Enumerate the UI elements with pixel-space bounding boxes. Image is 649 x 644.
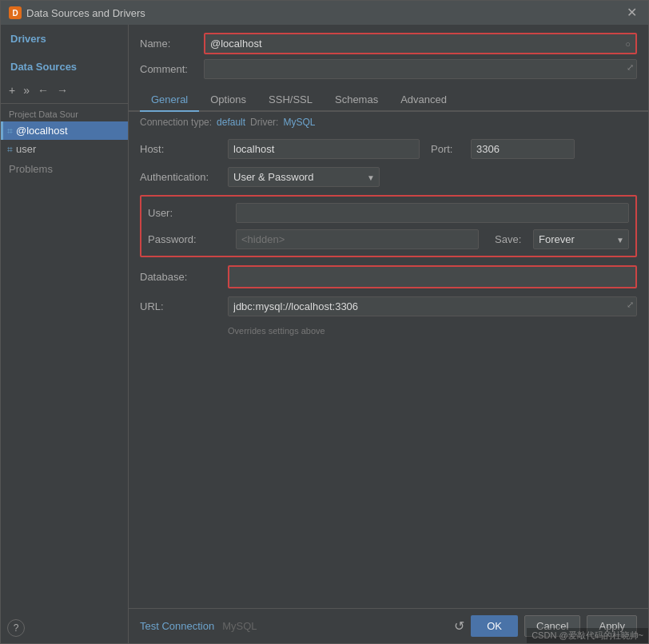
save-label: Save: — [495, 233, 527, 245]
user-label: User: — [148, 207, 236, 219]
overrides-row: Overrides settings above — [140, 324, 637, 336]
connection-type-label: Connection type: — [140, 117, 212, 128]
sidebar-section-datasources: Data Sources — [1, 53, 128, 81]
expand-icon[interactable]: ⤢ — [627, 62, 634, 73]
tab-sshssl[interactable]: SSH/SSL — [257, 89, 324, 112]
sidebar-item-label-2: user — [16, 143, 36, 155]
connection-type-value[interactable]: default — [217, 117, 245, 128]
connection-info: Connection type: default Driver: MySQL — [129, 112, 648, 133]
auth-label: Authentication: — [140, 171, 228, 183]
port-label: Port: — [431, 143, 463, 155]
drivers-label[interactable]: Drivers — [1, 30, 128, 48]
database-highlight-box — [228, 265, 637, 288]
name-input[interactable] — [205, 34, 635, 53]
save-section: Save: Forever ▼ — [495, 229, 629, 249]
ok-button[interactable]: OK — [471, 615, 518, 637]
close-button[interactable]: ✕ — [623, 5, 640, 21]
driver-label: Driver: — [250, 117, 278, 128]
tab-advanced[interactable]: Advanced — [389, 89, 458, 112]
password-row: Password: Save: Forever ▼ — [148, 229, 629, 249]
tab-general[interactable]: General — [140, 89, 199, 112]
db-icon-2: ⌗ — [7, 144, 13, 155]
url-row: URL: ⤢ — [140, 296, 637, 316]
password-label: Password: — [148, 233, 236, 245]
auth-select[interactable]: User & Password — [228, 167, 380, 187]
name-label: Name: — [140, 38, 204, 50]
main-content: Drivers Data Sources + » ← → Project Dat… — [1, 25, 648, 643]
title-bar-left: D Data Sources and Drivers — [9, 6, 145, 19]
comment-input[interactable] — [204, 59, 637, 79]
sidebar-item-label: @localhost — [16, 125, 68, 137]
port-row: Port: — [420, 139, 575, 159]
user-input[interactable] — [236, 203, 629, 223]
dialog: D Data Sources and Drivers ✕ Drivers Dat… — [0, 0, 649, 644]
dialog-title: Data Sources and Drivers — [26, 7, 145, 19]
problems-label[interactable]: Problems — [1, 158, 128, 180]
tab-options[interactable]: Options — [199, 89, 257, 112]
help-button[interactable]: ? — [7, 619, 25, 637]
sidebar-item-localhost[interactable]: ⌗ @localhost — [1, 121, 128, 140]
url-input-wrapper: ⤢ — [228, 296, 637, 316]
credentials-highlight-box: User: Password: Save: Forever — [140, 195, 637, 257]
title-bar: D Data Sources and Drivers ✕ — [1, 1, 648, 25]
save-select[interactable]: Forever — [533, 229, 629, 249]
right-panel: Name: ○ Comment: ⤢ General Opti — [129, 25, 648, 643]
comment-label: Comment: — [140, 63, 204, 75]
tab-schemas[interactable]: Schemas — [324, 89, 389, 112]
auth-select-wrapper: User & Password ▼ — [228, 167, 380, 187]
host-port-row: Host: Port: — [140, 139, 637, 159]
comment-input-wrapper: ⤢ — [204, 59, 637, 79]
sidebar-toolbar: + » ← → — [1, 81, 128, 100]
user-row: User: — [148, 203, 629, 223]
tabs-bar: General Options SSH/SSL Schemas Advanced — [129, 89, 648, 112]
mysql-label: MySQL — [222, 620, 257, 632]
driver-value[interactable]: MySQL — [283, 117, 315, 128]
form-header: Name: ○ Comment: ⤢ — [129, 25, 648, 89]
host-input[interactable] — [228, 139, 420, 159]
database-label: Database: — [140, 271, 228, 283]
input-clear-icon[interactable]: ○ — [625, 39, 631, 49]
add-button[interactable]: + — [6, 82, 18, 98]
db-icon: ⌗ — [7, 125, 13, 137]
database-row: Database: — [140, 265, 637, 288]
url-expand-icon[interactable]: ⤢ — [627, 300, 634, 310]
auth-row: Authentication: User & Password ▼ — [140, 167, 637, 187]
more-button[interactable]: » — [20, 82, 33, 98]
sidebar: Drivers Data Sources + » ← → Project Dat… — [1, 25, 129, 643]
host-label: Host: — [140, 143, 228, 155]
sidebar-bottom: ? — [1, 613, 128, 643]
test-connection-button[interactable]: Test Connection — [140, 617, 214, 635]
name-input-wrapper: ○ — [204, 33, 637, 54]
save-select-wrapper: Forever ▼ — [533, 229, 629, 249]
sidebar-divider — [1, 103, 128, 104]
name-row: Name: ○ — [140, 33, 637, 54]
reset-button[interactable]: ↺ — [448, 615, 471, 637]
group-label: Project Data Sour — [1, 107, 128, 121]
back-button[interactable]: ← — [34, 82, 52, 98]
comment-row: Comment: ⤢ — [140, 59, 637, 79]
active-indicator — [1, 121, 3, 140]
sidebar-item-user[interactable]: ⌗ user — [1, 140, 128, 158]
database-input[interactable] — [229, 267, 635, 287]
form-content: Host: Port: Authentication: User & Passw… — [129, 133, 648, 608]
sidebar-section-drivers: Drivers — [1, 25, 128, 53]
data-sources-label[interactable]: Data Sources — [1, 58, 128, 76]
password-input[interactable] — [236, 229, 479, 249]
url-input[interactable] — [228, 296, 637, 316]
forward-button[interactable]: → — [54, 82, 71, 98]
url-label: URL: — [140, 300, 228, 312]
overrides-text: Overrides settings above — [228, 326, 325, 336]
app-icon: D — [9, 6, 22, 19]
watermark: CSDN @爱敲代码的杜晓帅~ — [527, 628, 648, 643]
port-input[interactable] — [471, 139, 575, 159]
